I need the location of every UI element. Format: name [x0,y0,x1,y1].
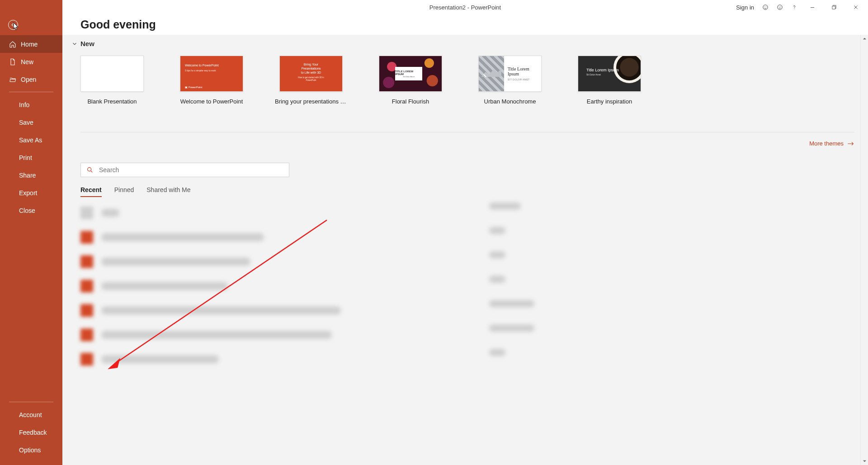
recent-row[interactable] [80,249,714,274]
page-title: Good evening [80,18,156,31]
template-blank-label: Blank Presentation [87,98,137,105]
nav-feedback[interactable]: Feedback [0,423,62,441]
urban-right: Title Lorem Ipsum SIT DOLOR AMET [504,60,541,87]
signin-link[interactable]: Sign in [732,4,758,11]
svg-point-1 [764,6,765,7]
more-themes-label: More themes [809,140,844,147]
recent-file-name [101,331,332,339]
restore-button[interactable] [824,0,844,14]
nav-feedback-label: Feedback [19,429,47,436]
scroll-up[interactable] [861,35,868,42]
recent-file-date [489,349,505,356]
search-icon [86,166,94,174]
recent-file-name [101,282,228,290]
face-frown-button[interactable] [773,0,787,14]
search-box[interactable] [80,163,289,177]
nav-save-as[interactable]: Save As [0,131,62,149]
svg-point-0 [763,5,768,10]
tab-shared[interactable]: Shared with Me [146,186,190,197]
recent-file-date [489,300,534,307]
recent-row[interactable] [80,201,714,225]
recent-row[interactable] [80,323,714,347]
template-floral[interactable]: TITLE LOREM IPSUM Sit Dolor Amet Floral … [379,56,442,105]
face-smile-button[interactable] [759,0,772,14]
nav-save-as-label: Save As [19,136,42,144]
recent-file-date [489,227,505,234]
recent-file-name [101,209,119,217]
recent-file-date [489,202,521,210]
tab-recent[interactable]: Recent [80,186,102,197]
recent-list [80,201,714,465]
recent-row[interactable] [80,274,714,298]
recent-row[interactable] [80,298,714,323]
nav-close[interactable]: Close [0,202,62,219]
nav-open-label: Open [21,76,36,83]
sidebar-divider-1 [9,92,53,92]
presentation-file-icon [80,231,93,244]
new-section-label: New [80,40,94,47]
recent-row[interactable] [80,225,714,249]
nav-info[interactable]: Info [0,96,62,113]
template-welcome-thumb: Welcome to PowerPoint 5 tips for a simpl… [180,56,243,92]
presentation-file-icon [80,207,93,219]
nav-info-label: Info [19,101,29,108]
arrow-left-icon [10,22,16,28]
nav-home[interactable]: Home [0,35,62,53]
new-section-header[interactable]: New [71,40,854,47]
nav-print-label: Print [19,154,32,161]
bring-line3: How to get started with 3D in PowerPoint [296,76,327,82]
minimize-button[interactable] [802,0,823,14]
nav-share-label: Share [19,172,36,179]
nav-new[interactable]: New [0,53,62,70]
presentation-file-icon [80,353,93,366]
template-blank[interactable]: Blank Presentation [80,56,144,105]
earthy-sub: Sit Dolor Amet [586,73,619,76]
folder-open-icon [9,76,16,83]
recent-row[interactable] [80,347,714,371]
template-floral-thumb: TITLE LOREM IPSUM Sit Dolor Amet [379,56,442,92]
template-earthy[interactable]: Title Lorem Ipsum Sit Dolor Amet Earthy … [578,56,641,105]
help-button[interactable] [788,0,801,14]
sidebar-spacer [0,219,62,398]
main-area: Presentation2 - PowerPoint Sign in Good … [62,0,868,465]
more-themes-link[interactable]: More themes [809,140,854,147]
nav-export[interactable]: Export [0,184,62,202]
close-icon [853,4,859,10]
recent-file-name [101,355,219,363]
titlebar: Presentation2 - PowerPoint Sign in [62,0,868,14]
bring-line1: Bring Your Presentations [296,62,327,70]
nav-share[interactable]: Share [0,166,62,184]
template-urban[interactable]: Title Lorem Ipsum SIT DOLOR AMET Urban M… [478,56,542,105]
arrow-right-icon [847,141,854,146]
new-section: New Blank Presentation Welcome to PowerP… [71,40,854,105]
template-bring3d-thumb: Bring Your Presentations to Life with 3D… [279,56,343,92]
recent-file-name [101,258,250,266]
nav-print[interactable]: Print [0,149,62,166]
nav-close-label: Close [19,207,35,214]
presentation-file-icon [80,329,93,341]
tab-pinned[interactable]: Pinned [114,186,134,197]
floral-title: TITLE LOREM IPSUM [395,70,422,75]
welcome-text: Welcome to PowerPoint 5 tips for a simpl… [185,63,219,72]
titlebar-right: Sign in [732,0,866,14]
nav-options[interactable]: Options [0,441,62,459]
svg-point-5 [780,6,781,7]
search-input[interactable] [99,166,283,174]
presentation-file-icon [80,304,93,317]
close-button[interactable] [845,0,866,14]
template-welcome[interactable]: Welcome to PowerPoint 5 tips for a simpl… [180,56,243,105]
svg-rect-8 [832,6,835,9]
recent-file-name [101,306,341,315]
recent-file-date [489,251,505,258]
back-button[interactable] [8,20,18,30]
nav-save[interactable]: Save [0,113,62,131]
content-area: Good evening New Blank Presentation Welc… [62,14,868,465]
scrollbar[interactable] [860,35,868,465]
template-earthy-label: Earthy inspiration [587,98,632,105]
nav-open[interactable]: Open [0,70,62,88]
scroll-down[interactable] [861,457,868,465]
template-bring3d[interactable]: Bring Your Presentations to Life with 3D… [279,56,343,105]
template-floral-label: Floral Flourish [392,98,429,105]
floral-sub: Sit Dolor Amet [403,75,415,78]
nav-account[interactable]: Account [0,406,62,423]
